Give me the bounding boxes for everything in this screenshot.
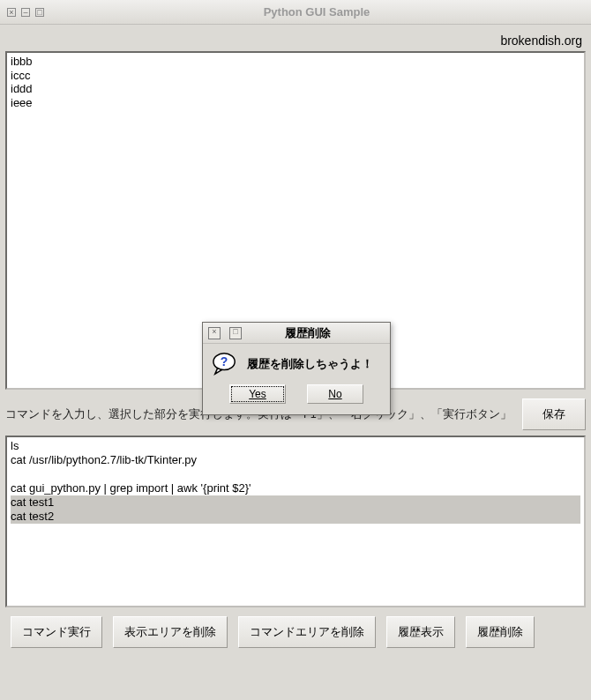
close-icon[interactable]: × — [7, 8, 16, 17]
dialog-maximize-icon[interactable]: □ — [229, 327, 242, 339]
delete-history-button[interactable]: 履歴削除 — [466, 616, 535, 648]
command-line[interactable]: cat /usr/lib/python2.7/lib-tk/Tkinter.py — [11, 453, 580, 467]
show-history-button[interactable]: 履歴表示 — [386, 616, 455, 648]
command-textarea[interactable]: lscat /usr/lib/python2.7/lib-tk/Tkinter.… — [5, 436, 586, 607]
maximize-icon[interactable]: □ — [35, 8, 44, 17]
confirm-dialog: × □ 履歴削除 ? 履歴を削除しちゃうよ！ Yes No — [202, 322, 391, 415]
question-icon: ? — [212, 353, 238, 376]
dialog-title: 履歴削除 — [247, 325, 390, 341]
command-line[interactable]: cat test1 — [11, 495, 580, 510]
svg-text:?: ? — [221, 354, 228, 369]
command-line[interactable] — [11, 468, 580, 481]
minimize-icon[interactable]: – — [21, 8, 30, 17]
command-line[interactable]: cat gui_python.py | grep import | awk '{… — [11, 481, 580, 495]
command-line[interactable]: ls — [11, 439, 580, 453]
command-line[interactable]: cat test2 — [11, 510, 580, 524]
dialog-close-icon[interactable]: × — [208, 327, 221, 339]
dialog-titlebar[interactable]: × □ 履歴削除 — [203, 323, 390, 344]
dialog-message: 履歴を削除しちゃうよ！ — [247, 356, 373, 372]
window-titlebar: × – □ Python GUI Sample — [0, 0, 591, 25]
run-command-button[interactable]: コマンド実行 — [11, 616, 102, 648]
window-title: Python GUI Sample — [49, 5, 584, 19]
dialog-no-button[interactable]: No — [307, 384, 363, 404]
clear-command-button[interactable]: コマンドエリアを削除 — [238, 616, 376, 648]
branding-label: brokendish.org — [5, 28, 586, 51]
save-button[interactable]: 保存 — [522, 398, 586, 430]
dialog-yes-button[interactable]: Yes — [229, 384, 286, 404]
clear-display-button[interactable]: 表示エリアを削除 — [113, 616, 228, 648]
